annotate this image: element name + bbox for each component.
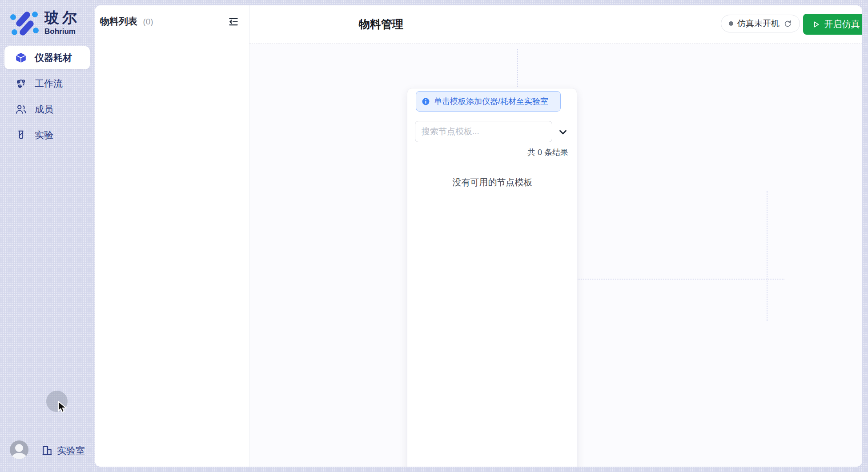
lab-switcher[interactable]: 实验室: [57, 444, 85, 457]
cube-icon: [15, 52, 27, 64]
start-simulation-button[interactable]: 开启仿真: [803, 14, 862, 35]
simulation-status-label: 仿真未开机: [737, 18, 780, 29]
template-search-input[interactable]: [415, 121, 552, 142]
info-icon: [422, 97, 430, 106]
sidebar-footer: 实验室: [0, 440, 95, 460]
sidebar-item-members[interactable]: 成员: [4, 98, 90, 121]
sidebar: 玻尔 Bohrium 仪器耗材 工作流: [0, 0, 95, 472]
experiment-icon: [15, 129, 27, 141]
sidebar-item-label: 实验: [35, 129, 53, 141]
material-list-count: (0): [143, 17, 153, 26]
refresh-icon[interactable]: [784, 20, 792, 28]
sidebar-item-workflow[interactable]: 工作流: [4, 72, 90, 95]
user-avatar[interactable]: [10, 440, 28, 459]
menu-fold-icon[interactable]: [228, 16, 239, 28]
status-dot-icon: [729, 21, 733, 26]
page-header: 物料管理 仿真未开机 开启仿真 下载配置: [249, 5, 862, 44]
empty-templates-text: 没有可用的节点模板: [407, 176, 578, 188]
canvas-gridline: [767, 191, 768, 321]
template-tip-banner: 单击模板添加仪器/耗材至实验室: [416, 91, 561, 112]
mouse-cursor: [55, 400, 70, 415]
play-icon: [812, 20, 820, 29]
template-panel: 单击模板添加仪器/耗材至实验室 共 0 条结果 没有可用的节点模板: [407, 88, 577, 467]
brand-name: 玻尔: [44, 9, 80, 27]
members-icon: [15, 104, 27, 115]
chevron-down-icon[interactable]: [557, 126, 569, 138]
workflow-icon: [15, 78, 27, 89]
bohrium-logo-icon: [10, 10, 39, 36]
sidebar-item-instruments[interactable]: 仪器耗材: [4, 46, 90, 69]
building-icon: [41, 444, 53, 456]
brand-logo: 玻尔 Bohrium: [10, 9, 90, 38]
template-tip-text: 单击模板添加仪器/耗材至实验室: [434, 96, 548, 107]
simulation-status-pill[interactable]: 仿真未开机: [721, 15, 800, 32]
material-list-panel: 物料列表 (0): [95, 5, 249, 467]
sidebar-item-label: 成员: [35, 103, 53, 116]
page-title: 物料管理: [359, 17, 403, 32]
sidebar-item-label: 工作流: [35, 77, 63, 90]
result-count: 共 0 条结果: [407, 147, 568, 158]
flow-canvas[interactable]: 单击模板添加仪器/耗材至实验室 共 0 条结果 没有可用的节点模板 美化布局: [250, 44, 862, 467]
material-list-title: 物料列表: [100, 13, 137, 29]
sidebar-item-experiments[interactable]: 实验: [4, 124, 90, 147]
sidebar-item-label: 仪器耗材: [35, 52, 72, 64]
sidebar-nav: 仪器耗材 工作流 成员 实验: [0, 46, 95, 149]
main-card: 物料列表 (0) 物料管理 仿真未开机 开启仿真: [95, 5, 862, 467]
brand-subtitle: Bohrium: [44, 27, 80, 36]
